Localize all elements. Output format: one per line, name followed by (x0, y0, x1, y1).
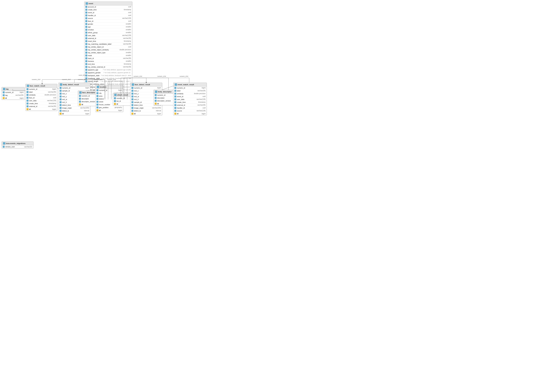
field-name: face_id (29, 97, 51, 99)
field-type: uuid (128, 14, 131, 16)
field-name: event_id (177, 96, 201, 98)
field-type: double precision (120, 49, 131, 51)
field-name: numeric_id (177, 87, 200, 89)
label-event-id: event_id:id (79, 75, 86, 76)
field-name: apparent_gender (88, 72, 102, 74)
field-icon (85, 75, 87, 76)
field-row: insert_timetimestamp (84, 40, 132, 43)
field-icon (27, 88, 28, 90)
field-row: detect_tsinterval (131, 109, 162, 112)
field-name: house_number (99, 104, 112, 106)
field-type: smallint (126, 55, 131, 56)
label-numeric-id-4: numeric_id:id (94, 79, 102, 80)
field-icon (131, 104, 133, 106)
field-icon-pk (97, 109, 98, 111)
field-row: idbigint (2, 97, 24, 99)
field-icon (85, 55, 87, 56)
field-type: varchar(128) (196, 98, 205, 100)
field-icon (97, 95, 98, 97)
field-name: sample_id (134, 101, 156, 103)
field-type: bigint (52, 88, 56, 90)
field-name: id (134, 113, 155, 115)
field-type: timestamp (124, 63, 131, 65)
field-name: create_time (88, 9, 122, 11)
field-name: backpack_state (88, 75, 99, 76)
field-name: apparent_age (88, 69, 102, 71)
field-type: uuid (202, 107, 205, 109)
field-name: tag (5, 94, 14, 96)
field-name: label (29, 91, 46, 93)
field-icon (60, 98, 61, 100)
field-icon (155, 100, 157, 102)
table-tag-header: tag (2, 87, 24, 91)
field-icon (85, 12, 87, 14)
field-icon (85, 26, 87, 28)
table-icon-fmr (27, 85, 29, 87)
field-name: handler_id (88, 14, 126, 16)
field-row: masksmallint (84, 54, 132, 57)
field-icon (174, 107, 176, 109)
field-icon (85, 20, 87, 22)
field-name: rect_y (134, 93, 154, 95)
field-icon (85, 52, 87, 54)
label-numeric-id-3: numeric_id:id (78, 79, 86, 80)
field-name: end_time (88, 63, 122, 65)
field-name: numeric_id (134, 87, 155, 89)
field-row: version_numvarchar(32) (2, 145, 33, 148)
field-name: version_num (5, 146, 22, 148)
field-icon-pk (155, 103, 157, 105)
field-row: create_timetimestamp (84, 8, 132, 11)
field-icon (131, 101, 133, 103)
field-name: id (29, 108, 50, 110)
label-numeric-id-7: numeric_id:id (157, 75, 166, 77)
field-icon-pk (114, 103, 116, 105)
table-ar-title: attach_result (117, 94, 128, 96)
field-icon (85, 32, 87, 33)
field-name: id (99, 109, 116, 111)
table-fmr-title: face_match_result (30, 85, 45, 87)
field-icon (155, 97, 157, 99)
table-fd-title: face_descriptor (82, 92, 95, 93)
field-icon (85, 60, 87, 62)
field-name: top_matching_candidates_label (88, 43, 121, 45)
field-type: interval (156, 110, 161, 112)
diagram-container: event account_iduuid create_timetimestam… (0, 0, 223, 159)
table-fdr-header: face_detect_result (131, 83, 162, 86)
field-row: numeric_idbigint (96, 89, 123, 92)
field-row: apparent_age/* int: body attribute, appa… (84, 68, 132, 71)
field-name: user_data (88, 34, 120, 36)
field-icon (131, 87, 133, 89)
field-row: sourcevarchar(128) (84, 17, 132, 20)
field-name: numeric_id (5, 91, 18, 93)
field-name: emotion (88, 29, 124, 31)
field-icon (27, 94, 28, 96)
field-row: idbigint (59, 112, 90, 115)
table-lm-header: luna-events_migrations (2, 142, 33, 145)
table-lm-title: luna-events_migrations (6, 142, 25, 144)
field-type: uuid (128, 46, 131, 48)
field-name: top_similar_object_similarity (88, 49, 118, 51)
field-name: rect_w (134, 96, 154, 98)
field-icon (174, 110, 176, 112)
field-name: mask (88, 55, 124, 56)
field-name: user_data (29, 100, 45, 102)
field-icon (155, 94, 157, 96)
table-icon-emr (175, 84, 177, 86)
field-type: bigint (202, 87, 205, 89)
field-icon (60, 90, 61, 92)
field-icon (131, 93, 133, 95)
field-icon (85, 40, 87, 42)
field-name: area (99, 95, 112, 97)
field-name: similarity (29, 94, 43, 96)
table-event-match-result: event_match_result numeric_idbigint labe… (173, 83, 207, 115)
field-row: ethnic_groupsmallint (84, 31, 132, 34)
field-name: image_origin (62, 107, 78, 109)
field-type: varchar(32) (24, 146, 32, 148)
field-row: idbigint (96, 109, 123, 112)
table-luna-migrations: luna-events_migrations version_numvarcha… (2, 141, 33, 148)
field-type: varchar(36) (48, 91, 56, 93)
field-icon (174, 90, 176, 92)
field-comment: /* int: body attribute, apparent gender … (103, 72, 131, 73)
field-icon (131, 90, 133, 92)
field-name: geo_position (99, 107, 113, 108)
